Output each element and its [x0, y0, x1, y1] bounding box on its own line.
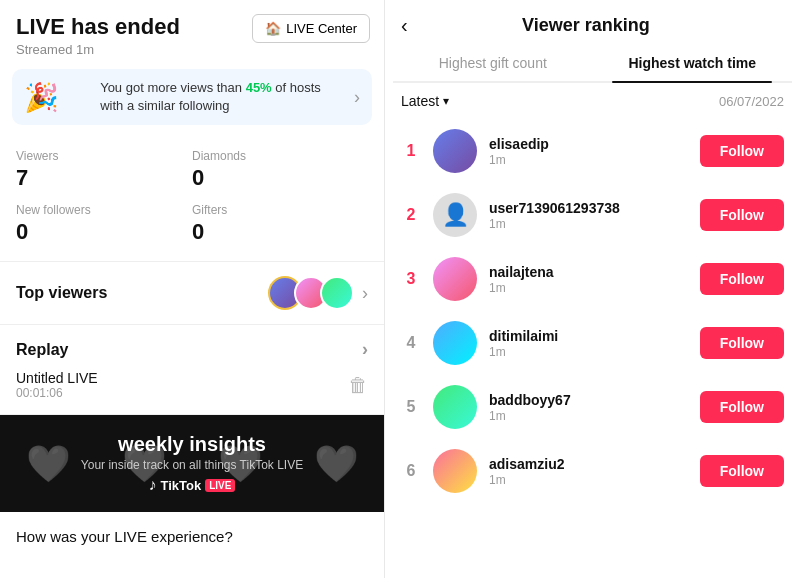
- viewer-avatar-6: [433, 449, 477, 493]
- insights-banner: 🤍 🤍 🤍 🤍 weekly insights Your inside trac…: [0, 415, 384, 512]
- top-viewers-row[interactable]: Top viewers ›: [0, 262, 384, 325]
- stat-followers-value: 0: [16, 219, 192, 245]
- feedback-text: How was your LIVE experience?: [16, 528, 368, 545]
- stat-viewers: Viewers 7: [16, 145, 192, 195]
- date-label: 06/07/2022: [719, 94, 784, 109]
- tab-highest-watch-time[interactable]: Highest watch time: [593, 45, 793, 81]
- stat-followers-label: New followers: [16, 203, 192, 217]
- viewer-name-2: user7139061293738: [489, 200, 688, 216]
- replay-label: Replay: [16, 341, 68, 359]
- rank-1: 1: [401, 142, 421, 160]
- insights-title: weekly insights: [118, 433, 266, 456]
- viewer-name-4: ditimilaimi: [489, 328, 688, 344]
- stat-diamonds-value: 0: [192, 165, 368, 191]
- banner-text: You got more views than 45% of hostswith…: [100, 79, 321, 115]
- back-button[interactable]: ‹: [401, 14, 408, 37]
- viewer-time-6: 1m: [489, 473, 688, 487]
- right-panel: ‹ Viewer ranking Highest gift count High…: [385, 0, 800, 578]
- rank-6: 6: [401, 462, 421, 480]
- viewer-info-2: user7139061293738 1m: [489, 200, 688, 231]
- viewer-row: 1 elisaedip 1m Follow: [385, 119, 800, 183]
- replay-item: Untitled LIVE 00:01:06 🗑: [16, 370, 368, 400]
- viewer-time-1: 1m: [489, 153, 688, 167]
- person-icon: 👤: [442, 202, 469, 228]
- follow-button-2[interactable]: Follow: [700, 199, 784, 231]
- follow-button-4[interactable]: Follow: [700, 327, 784, 359]
- live-center-button[interactable]: 🏠 LIVE Center: [252, 14, 370, 43]
- follow-button-5[interactable]: Follow: [700, 391, 784, 423]
- stat-diamonds-label: Diamonds: [192, 149, 368, 163]
- viewer-time-5: 1m: [489, 409, 688, 423]
- viewer-info-4: ditimilaimi 1m: [489, 328, 688, 359]
- viewer-name-1: elisaedip: [489, 136, 688, 152]
- trash-icon[interactable]: 🗑: [348, 374, 368, 397]
- viewer-avatar-1: [433, 129, 477, 173]
- stat-gifters-label: Gifters: [192, 203, 368, 217]
- insights-subtitle: Your inside track on all things TikTok L…: [81, 458, 303, 472]
- party-icon: 🎉: [24, 81, 59, 114]
- viewer-avatar-5: [433, 385, 477, 429]
- stat-viewers-value: 7: [16, 165, 192, 191]
- replay-item-info: Untitled LIVE 00:01:06: [16, 370, 98, 400]
- follow-button-6[interactable]: Follow: [700, 455, 784, 487]
- viewer-name-5: baddboyy67: [489, 392, 688, 408]
- feedback-section: How was your LIVE experience?: [0, 512, 384, 561]
- home-icon: 🏠: [265, 21, 281, 36]
- tab-gift-count-label: Highest gift count: [439, 55, 547, 71]
- follow-button-3[interactable]: Follow: [700, 263, 784, 295]
- stat-diamonds: Diamonds 0: [192, 145, 368, 195]
- stat-followers: New followers 0: [16, 199, 192, 249]
- live-badge: LIVE: [205, 479, 235, 492]
- tiktok-icon: ♪: [149, 476, 157, 494]
- tab-highest-gift-count[interactable]: Highest gift count: [393, 45, 593, 81]
- top-viewers-arrow-icon: ›: [362, 283, 368, 304]
- rank-2: 2: [401, 206, 421, 224]
- viewer-row: 6 adisamziu2 1m Follow: [385, 439, 800, 503]
- viewer-info-5: baddboyy67 1m: [489, 392, 688, 423]
- replay-section: Replay › Untitled LIVE 00:01:06 🗑: [0, 325, 384, 415]
- viewer-info-1: elisaedip 1m: [489, 136, 688, 167]
- left-header-row: LIVE has ended Streamed 1m 🏠 LIVE Center: [0, 0, 384, 61]
- viewer-avatar-2: 👤: [433, 193, 477, 237]
- banner-text-before: You got more views than: [100, 80, 246, 95]
- replay-arrow-icon: ›: [362, 339, 368, 360]
- filter-row: Latest ▾ 06/07/2022: [385, 83, 800, 119]
- chevron-down-icon: ▾: [443, 94, 449, 108]
- viewer-time-4: 1m: [489, 345, 688, 359]
- viewer-avatar-3: [433, 257, 477, 301]
- stats-grid: Viewers 7 Diamonds 0 New followers 0 Gif…: [0, 133, 384, 262]
- viewer-ranking-title: Viewer ranking: [416, 15, 756, 36]
- live-center-label: LIVE Center: [286, 21, 357, 36]
- stat-viewers-label: Viewers: [16, 149, 192, 163]
- viewer-row: 2 👤 user7139061293738 1m Follow: [385, 183, 800, 247]
- viewer-time-3: 1m: [489, 281, 688, 295]
- viewer-time-2: 1m: [489, 217, 688, 231]
- replay-title-row[interactable]: Replay ›: [16, 339, 368, 360]
- top-viewers-label: Top viewers: [16, 284, 107, 302]
- filter-button[interactable]: Latest ▾: [401, 93, 449, 109]
- viewer-info-3: nailajtena 1m: [489, 264, 688, 295]
- views-banner: 🎉 You got more views than 45% of hostswi…: [12, 69, 372, 125]
- stat-gifters: Gifters 0: [192, 199, 368, 249]
- banner-arrow-icon: ›: [354, 87, 360, 108]
- filter-label: Latest: [401, 93, 439, 109]
- viewer-avatar-4: [433, 321, 477, 365]
- viewer-info-6: adisamziu2 1m: [489, 456, 688, 487]
- avatar-stack: [268, 276, 354, 310]
- replay-item-name: Untitled LIVE: [16, 370, 98, 386]
- rank-4: 4: [401, 334, 421, 352]
- tiktok-brand: TikTok: [161, 478, 202, 493]
- tab-watch-time-label: Highest watch time: [628, 55, 756, 71]
- stat-gifters-value: 0: [192, 219, 368, 245]
- top-viewers-right: ›: [268, 276, 368, 310]
- tiktok-logo: ♪ TikTok LIVE: [149, 476, 236, 494]
- viewer-name-3: nailajtena: [489, 264, 688, 280]
- follow-button-1[interactable]: Follow: [700, 135, 784, 167]
- viewer-name-6: adisamziu2: [489, 456, 688, 472]
- left-panel: LIVE has ended Streamed 1m 🏠 LIVE Center…: [0, 0, 385, 578]
- right-header: ‹ Viewer ranking: [385, 0, 800, 45]
- heart-icon-1: 🤍: [26, 443, 71, 485]
- replay-item-duration: 00:01:06: [16, 386, 98, 400]
- tabs-row: Highest gift count Highest watch time: [393, 45, 792, 83]
- banner-highlight: 45%: [246, 80, 272, 95]
